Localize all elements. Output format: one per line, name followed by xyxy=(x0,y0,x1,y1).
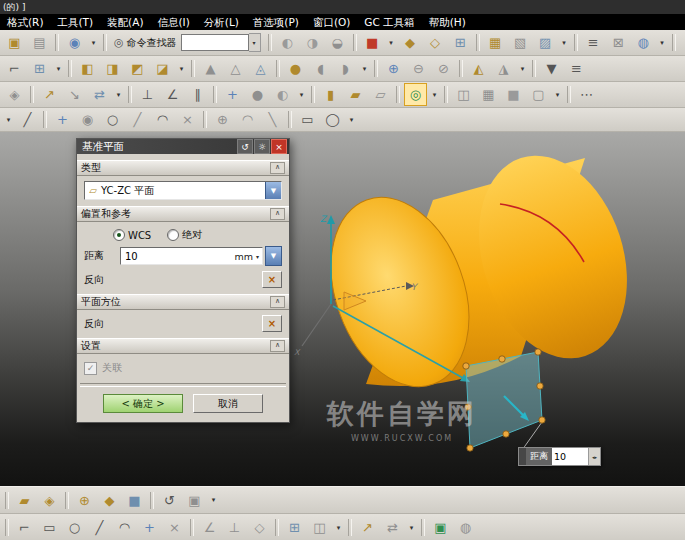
reset-button[interactable]: ↺ xyxy=(237,139,253,154)
toolbar-icon[interactable]: ⊥ xyxy=(136,83,159,106)
radio-selected-icon[interactable] xyxy=(113,229,125,241)
menu-item[interactable]: 装配(A) xyxy=(100,14,150,30)
toolbar-icon[interactable]: ⊞ xyxy=(283,516,306,539)
toolbar-icon[interactable]: ◆ xyxy=(399,31,422,54)
toolbar-icon[interactable]: ● xyxy=(246,83,269,106)
chevron-down-icon[interactable]: ▼ xyxy=(265,182,281,199)
toolbar-icon[interactable]: ◠ xyxy=(151,108,174,131)
dropdown-arrow-icon[interactable]: ▾ xyxy=(657,31,668,54)
toolbar-icon[interactable]: ◉ xyxy=(76,108,99,131)
toolbar-icon[interactable]: △ xyxy=(224,57,247,80)
reverse-direction-button[interactable]: × xyxy=(262,271,282,288)
toolbar-icon[interactable]: ↗ xyxy=(356,516,379,539)
toolbar-icon[interactable]: ◭ xyxy=(467,57,490,80)
toolbar-icon[interactable]: ↺ xyxy=(158,489,181,512)
drag-handle[interactable] xyxy=(503,431,509,437)
toolbar-icon[interactable]: ◫ xyxy=(308,516,331,539)
drag-handle[interactable] xyxy=(539,417,545,423)
toolbar-icon[interactable]: ◍ xyxy=(454,516,477,539)
toolbar-icon[interactable]: ▮ xyxy=(319,83,342,106)
toolbar-icon[interactable]: ≡ xyxy=(582,31,605,54)
toolbar-icon[interactable]: + xyxy=(51,108,74,131)
toolbar-icon[interactable]: ◖ xyxy=(309,57,332,80)
section-header-type[interactable]: 类型 ∧ xyxy=(77,160,289,176)
toolbar-icon[interactable]: ╱ xyxy=(16,108,39,131)
drag-grip-icon[interactable] xyxy=(519,448,526,465)
menu-item[interactable]: 帮助(H) xyxy=(422,14,473,30)
toolbar-icon[interactable]: ⊕ xyxy=(73,489,96,512)
toolbar-icon[interactable]: ◍ xyxy=(632,31,655,54)
dropdown-arrow-icon[interactable]: ▾ xyxy=(296,83,307,106)
dropdown-arrow-icon[interactable]: ▾ xyxy=(552,83,563,106)
dropdown-arrow-icon[interactable]: ▾ xyxy=(359,57,370,80)
toolbar-icon[interactable]: ⌐ xyxy=(3,57,26,80)
dropdown-arrow-icon[interactable]: ▾ xyxy=(333,516,344,539)
plane-type-dropdown[interactable]: ▱ YC-ZC 平面 ▼ xyxy=(84,181,282,200)
toolbar-icon[interactable]: ○ xyxy=(101,108,124,131)
dropdown-arrow-icon[interactable]: ▾ xyxy=(346,108,357,131)
collapse-chevron-icon[interactable]: ∧ xyxy=(270,162,285,174)
drag-handle[interactable] xyxy=(467,445,473,451)
toolbar-icon[interactable]: ▩ xyxy=(680,31,685,54)
dropdown-arrow-icon[interactable]: ▾ xyxy=(53,57,64,80)
reverse-orientation-button[interactable]: × xyxy=(262,315,282,332)
drag-handle[interactable] xyxy=(463,363,469,369)
dropdown-arrow-icon[interactable]: ▾ xyxy=(176,57,187,80)
toolbar-icon[interactable]: ■ xyxy=(361,31,384,54)
toolbar-icon[interactable]: ◠ xyxy=(113,516,136,539)
dropdown-arrow-icon[interactable]: ▾ xyxy=(429,83,440,106)
dropdown-arrow-icon[interactable]: ▾ xyxy=(517,57,528,80)
toolbar-icon[interactable]: ⊞ xyxy=(449,31,472,54)
distance-options-button[interactable]: ▼ xyxy=(265,246,282,266)
collapse-chevron-icon[interactable]: ∧ xyxy=(270,296,285,308)
dropdown-arrow-icon[interactable]: ▾ xyxy=(208,489,219,512)
toolbar-icon[interactable]: ▣ xyxy=(3,31,26,54)
section-header-offset[interactable]: 偏置和参考 ∧ xyxy=(77,206,289,222)
toolbar-icon[interactable]: ◑ xyxy=(301,31,324,54)
toolbar-icon[interactable]: ∥ xyxy=(186,83,209,106)
toolbar-icon[interactable]: ╲ xyxy=(261,108,284,131)
unit-chevron-icon[interactable]: ▾ xyxy=(256,253,259,260)
toolbar-icon[interactable]: ↗ xyxy=(38,83,61,106)
toolbar-icon[interactable]: × xyxy=(176,108,199,131)
distance-overlay-input[interactable] xyxy=(552,448,588,465)
toolbar-icon[interactable]: ⊘ xyxy=(432,57,455,80)
toolbar-icon[interactable]: ◇ xyxy=(424,31,447,54)
menu-item[interactable]: 分析(L) xyxy=(197,14,246,30)
toolbar-icon[interactable]: ▧ xyxy=(509,31,532,54)
toolbar-icon[interactable]: ◫ xyxy=(452,83,475,106)
graphics-viewport[interactable]: 软件自学网 WWW.RUCXW.COM xyxy=(0,132,685,486)
drag-handle[interactable] xyxy=(537,383,543,389)
toolbar-icon[interactable]: ∠ xyxy=(161,83,184,106)
toolbar-icon[interactable]: ╱ xyxy=(88,516,111,539)
toolbar-icon[interactable]: ⊥ xyxy=(223,516,246,539)
toolbar-icon[interactable]: ◮ xyxy=(492,57,515,80)
collapse-chevron-icon[interactable]: ∧ xyxy=(270,208,285,220)
toolbar-icon[interactable]: ◬ xyxy=(249,57,272,80)
menu-item[interactable]: 信息(I) xyxy=(151,14,197,30)
toolbar-icon[interactable]: ◠ xyxy=(236,108,259,131)
toolbar-icon[interactable]: + xyxy=(138,516,161,539)
toolbar-icon[interactable]: ↘ xyxy=(63,83,86,106)
absolute-radio[interactable]: 绝对 xyxy=(167,228,202,242)
section-header-orientation[interactable]: 平面方位 ∧ xyxy=(77,294,289,310)
toolbar-icon[interactable]: ▭ xyxy=(38,516,61,539)
toolbar-icon[interactable]: ⊞ xyxy=(28,57,51,80)
toolbar-icon[interactable]: ╱ xyxy=(126,108,149,131)
toolbar-icon[interactable]: ◎ xyxy=(404,83,427,106)
toolbar-icon[interactable]: ∠ xyxy=(198,516,221,539)
toolbar-icon[interactable]: ◒ xyxy=(326,31,349,54)
toolbar-icon[interactable]: ▤ xyxy=(28,31,51,54)
toolbar-icon[interactable]: ■ xyxy=(123,489,146,512)
toolbar-icon[interactable]: ⋯ xyxy=(575,83,598,106)
chevron-down-icon[interactable]: ▾ xyxy=(249,33,261,52)
toolbar-icon[interactable]: ◗ xyxy=(334,57,357,80)
toolbar-icon[interactable]: ⊕ xyxy=(211,108,234,131)
toolbar-icon[interactable]: ◯ xyxy=(321,108,344,131)
dropdown-arrow-icon[interactable]: ▾ xyxy=(559,31,570,54)
toolbar-icon[interactable]: ▭ xyxy=(296,108,319,131)
menu-item[interactable]: 窗口(O) xyxy=(306,14,357,30)
toolbar-icon[interactable]: ◧ xyxy=(76,57,99,80)
toolbar-icon[interactable]: ◐ xyxy=(276,31,299,54)
section-header-settings[interactable]: 设置 ∧ xyxy=(77,338,289,354)
